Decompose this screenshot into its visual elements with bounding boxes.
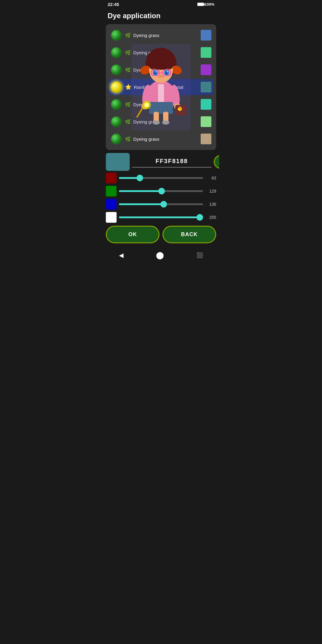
nav-bar: ◀ ⬤ ⬛ [103, 247, 219, 262]
slider-color-a [106, 212, 117, 223]
color-swatch-7 [201, 134, 211, 144]
dye-ball-1 [111, 30, 122, 41]
slider-thumb-b[interactable] [160, 201, 167, 208]
slider-row-b: 136 [106, 199, 216, 210]
bottom-buttons: OK BACK [106, 226, 216, 243]
color-swatch-4 [201, 82, 211, 92]
dye-label-2: Dyeing grass [133, 50, 201, 55]
dye-ball-2 [111, 47, 122, 58]
dye-item-1[interactable]: 🌿 Dyeing grass [109, 27, 213, 43]
battery-percent: 100% [205, 2, 214, 7]
slider-track-a[interactable] [119, 216, 203, 218]
dye-icon-6: 🌿 [125, 119, 131, 125]
color-swatch-6 [201, 116, 211, 127]
back-button[interactable]: BACK [162, 226, 216, 243]
dye-icon-2: 🌿 [125, 50, 131, 55]
slider-track-g[interactable] [119, 190, 203, 192]
dye-ball-4 [111, 81, 122, 93]
dye-label-4: Rainbow Colored Crystal [134, 85, 201, 90]
color-swatch-3 [201, 64, 211, 75]
slider-value-r: 63 [205, 176, 216, 180]
dye-ball-6 [111, 116, 122, 127]
slider-track-r[interactable] [119, 177, 203, 179]
slider-color-r [106, 173, 117, 183]
nav-back-button[interactable]: ◀ [119, 252, 123, 259]
slider-thumb-g[interactable] [158, 188, 165, 194]
slider-value-b: 136 [205, 202, 216, 207]
dye-ball-3 [111, 64, 122, 75]
selected-color-preview [106, 153, 130, 171]
ok-button[interactable]: OK [106, 226, 160, 243]
sliders-section: 63 129 136 255 [106, 173, 216, 223]
dye-item-3[interactable]: 🌿 Dyeing grass [109, 62, 213, 78]
slider-thumb-r[interactable] [137, 175, 143, 181]
dye-ball-5 [111, 99, 122, 110]
dye-item-4[interactable]: ⭐ Rainbow Colored Crystal [109, 79, 213, 95]
dye-item-5[interactable]: 🌿 Dyeing grass [109, 96, 213, 112]
dye-icon-7: 🌿 [125, 136, 131, 142]
color-swatch-1 [201, 30, 211, 41]
slider-fill-g [119, 190, 162, 192]
dye-label-7: Dyeing grass [133, 137, 201, 142]
color-swatch-2 [201, 47, 211, 58]
dye-item-6[interactable]: 🌿 Dyeing grass [109, 114, 213, 130]
dye-list-card: 🌿 Dyeing grass 🌿 Dyeing grass 🌿 Dyeing g… [106, 24, 216, 150]
slider-fill-a [119, 216, 203, 218]
slider-track-b[interactable] [119, 203, 203, 205]
slider-color-b [106, 199, 117, 210]
dye-label-1: Dyeing grass [133, 33, 201, 38]
dye-list: 🌿 Dyeing grass 🌿 Dyeing grass 🌿 Dyeing g… [109, 27, 213, 147]
page-title: Dye application [103, 9, 219, 24]
nav-home-button[interactable]: ⬤ [156, 251, 164, 259]
dye-icon-5: 🌿 [125, 102, 131, 107]
dye-item-7[interactable]: 🌿 Dyeing grass [109, 131, 213, 147]
dye-label-6: Dyeing grass [133, 119, 201, 124]
dye-item-2[interactable]: 🌿 Dyeing grass [109, 44, 213, 61]
slider-row-r: 63 [106, 173, 216, 183]
status-bar: 22:45 100% [103, 0, 219, 9]
color-swatch-5 [201, 99, 211, 110]
apply-color-button[interactable]: APPLY THE COLOR CODE [214, 155, 219, 169]
color-code-input[interactable] [132, 157, 211, 168]
dye-label-5: Dyeing grass [133, 102, 201, 107]
battery-indicator: 100% [197, 2, 214, 7]
dye-icon-3: 🌿 [125, 67, 131, 73]
slider-row-g: 129 [106, 186, 216, 196]
slider-value-g: 129 [205, 189, 216, 193]
slider-row-a: 255 [106, 212, 216, 223]
dye-icon-1: 🌿 [125, 32, 131, 38]
dye-label-3: Dyeing grass [133, 67, 201, 72]
dye-ball-7 [111, 133, 122, 145]
slider-value-a: 255 [205, 215, 216, 220]
slider-thumb-a[interactable] [196, 214, 203, 221]
status-time: 22:45 [108, 2, 119, 7]
color-code-section: APPLY THE COLOR CODE [106, 153, 216, 171]
nav-recent-button[interactable]: ⬛ [196, 252, 203, 258]
slider-fill-b [119, 203, 164, 205]
dye-icon-4: ⭐ [125, 84, 131, 90]
slider-color-g [106, 186, 117, 196]
